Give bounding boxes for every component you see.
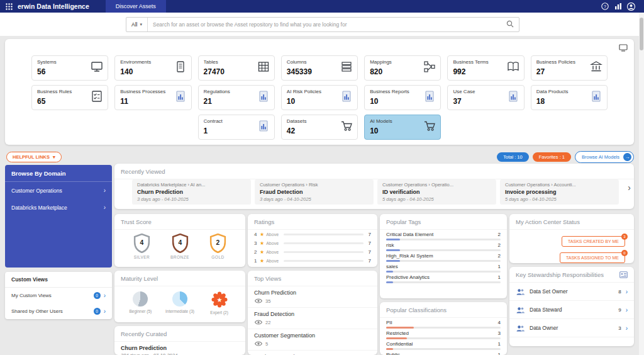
classification-row[interactable]: Confidential1 xyxy=(380,339,507,350)
cart-icon xyxy=(423,120,436,135)
users-icon xyxy=(516,288,525,295)
recently-viewed-card[interactable]: Customer Operations › Accounti... Invoic… xyxy=(500,179,619,205)
star-icon: ★ xyxy=(260,258,264,264)
book-icon xyxy=(507,60,519,76)
tag-row[interactable]: Critical Data Element2 xyxy=(380,230,507,240)
metric-card-business-rules[interactable]: Business Rules65 xyxy=(31,85,108,110)
scrollbar-thumb[interactable] xyxy=(640,18,643,50)
tasks-created-by-me-button[interactable]: TASKS CREATED BY ME 3 xyxy=(562,236,625,247)
maturity-expert: ★ Expert (2) xyxy=(201,291,238,315)
stewardship-panel: Key Stewardship Responsibilities Data Se… xyxy=(509,267,634,346)
navbar-actions: ? xyxy=(601,3,635,11)
metric-card-ai-risk-policies[interactable]: AI Risk Policies10 xyxy=(281,85,358,110)
search-icon[interactable] xyxy=(506,19,514,30)
metric-card-contract[interactable]: Contract1 xyxy=(198,115,275,140)
gauge-intermediate-icon xyxy=(172,291,187,307)
top-views-row[interactable]: Invoice processing 2 xyxy=(248,351,377,355)
metric-card-business-reports[interactable]: Business Reports10 xyxy=(364,85,441,110)
metric-card-tables[interactable]: Tables27470 xyxy=(198,55,275,81)
tab-discover-assets[interactable]: Discover Assets xyxy=(106,0,166,13)
user-avatar[interactable] xyxy=(627,3,635,11)
metric-card-business-policies[interactable]: Business Policies27 xyxy=(531,55,608,81)
tag-row[interactable]: High_Risk AI System2 xyxy=(380,251,507,262)
eye-icon xyxy=(254,318,263,326)
app-launcher-icon[interactable] xyxy=(3,0,15,13)
metric-card-data-products[interactable]: Data Products18 xyxy=(531,85,608,110)
metric-card-ai-models-selected[interactable]: AI Models10 xyxy=(364,115,441,140)
trust-badge-silver: 4 SILVER xyxy=(133,234,150,259)
expert-rosette-icon: ★ xyxy=(211,291,228,308)
top-views-row[interactable]: Churn Prediction 35 xyxy=(248,286,377,308)
chevron-right-icon: › xyxy=(104,292,106,299)
popular-tags-title: Popular Tags xyxy=(380,214,507,230)
total-count-badge[interactable]: Total : 10 xyxy=(497,152,528,162)
rows-icon xyxy=(340,60,353,76)
chevron-right-icon: › xyxy=(626,288,628,295)
rating-bar xyxy=(284,260,364,262)
analytics-icon[interactable] xyxy=(614,3,622,11)
maturity-levels: Beginner (5) Intermediate (3) ★ Expert (… xyxy=(114,286,245,315)
trust-score-title: Trust Score xyxy=(114,214,245,230)
checklist-icon xyxy=(91,90,103,105)
rating-row[interactable]: 3★Above7 xyxy=(248,239,377,247)
sidebar-item-my-custom-views[interactable]: My Custom Views 0 › xyxy=(5,288,112,303)
layout-toggle-icon[interactable] xyxy=(619,43,628,54)
sidebar-item-shared-by-other-users[interactable]: Shared by Other Users 0 › xyxy=(5,303,112,319)
chevron-right-icon: › xyxy=(626,307,628,313)
report-icon xyxy=(590,90,602,105)
count-badge: 0 xyxy=(94,292,101,299)
custom-views-panel: Custom Views My Custom Views 0 › Shared … xyxy=(5,272,112,319)
search-input[interactable] xyxy=(148,21,506,28)
sidebar-item-databricks-marketplace[interactable]: Databricks Marketplace › xyxy=(5,199,112,216)
metric-card-systems[interactable]: Systems56 xyxy=(31,55,108,81)
popular-classifications-title: Popular Classifications xyxy=(380,302,507,318)
browse-ai-models-button[interactable]: Browse AI Models → xyxy=(575,151,634,163)
recently-viewed-card[interactable]: Databricks Marketplace › AI an... Churn … xyxy=(132,179,251,205)
metric-card-mappings[interactable]: Mappings820 xyxy=(364,55,441,81)
recently-viewed-card[interactable]: Customer Operations › Risk Fraud Detecti… xyxy=(255,179,374,205)
metric-card-business-terms[interactable]: Business Terms992 xyxy=(447,55,524,81)
rating-row[interactable]: 4★Above7 xyxy=(248,230,377,239)
recently-curated-item[interactable]: Churn Prediction 284 days ago - 07-10-20… xyxy=(114,342,245,355)
metric-card-business-processes[interactable]: Business Processes11 xyxy=(114,85,191,110)
vertical-scrollbar[interactable] xyxy=(639,13,644,355)
helpful-links-button[interactable]: HELPFUL LINKS ▾ xyxy=(6,152,62,162)
recently-viewed-card[interactable]: Customer Operations › Operatio... ID ver… xyxy=(377,179,496,205)
popular-tags-panel: Popular Tags Critical Data Element2 risk… xyxy=(380,214,507,298)
carousel-next-button[interactable]: › xyxy=(628,183,631,193)
trust-score-panel: Trust Score 4 SILVER 4 BRONZE 2 GOLD xyxy=(114,214,245,267)
chevron-right-icon: › xyxy=(104,204,106,211)
stewardship-row[interactable]: Data Set Owner 8 › xyxy=(509,283,634,301)
classification-row[interactable]: Restricted3 xyxy=(380,329,507,339)
top-navbar: erwin Data Intelligence Discover Assets … xyxy=(0,0,644,13)
favorites-badge[interactable]: Favorites : 1 xyxy=(533,152,571,162)
stewardship-title: Key Stewardship Responsibilities xyxy=(509,267,634,283)
metric-card-environments[interactable]: Environments140 xyxy=(114,55,191,81)
tag-row[interactable]: risk2 xyxy=(380,240,507,251)
ratings-title: Ratings xyxy=(248,214,377,230)
classification-row[interactable]: PII4 xyxy=(380,318,507,329)
sidebar-item-customer-operations[interactable]: Customer Operations › xyxy=(5,182,112,199)
metric-card-columns[interactable]: Columns345339 xyxy=(281,55,358,81)
help-icon[interactable]: ? xyxy=(601,3,609,11)
tasks-assigned-to-me-button[interactable]: TASKS ASSIGNED TO ME 0 xyxy=(560,252,625,263)
id-card-icon xyxy=(619,271,628,278)
search-scope-dropdown[interactable]: All ▾ xyxy=(126,18,148,31)
action-center-title: My Action Center Status xyxy=(509,214,634,230)
metric-card-use-case[interactable]: Use Case37 xyxy=(447,85,524,110)
tag-row[interactable]: Predictive Analytics1 xyxy=(380,273,507,283)
classification-row[interactable]: Public1 xyxy=(380,350,507,355)
metric-card-datasets[interactable]: Datasets42 xyxy=(281,115,358,140)
top-views-row[interactable]: Fraud Detection 22 xyxy=(248,308,377,329)
metric-card-regulations[interactable]: Regulations21 xyxy=(198,85,275,110)
top-views-row[interactable]: Customer Segmentation 5 xyxy=(248,329,377,351)
rating-row[interactable]: 2★Above7 xyxy=(248,247,377,256)
table-grid-icon xyxy=(257,60,270,76)
action-center-buttons: TASKS CREATED BY ME 3 TASKS ASSIGNED TO … xyxy=(509,230,634,263)
rating-row[interactable]: 1★Above7 xyxy=(248,256,377,265)
tag-row[interactable]: sales1 xyxy=(380,262,507,273)
stewardship-row[interactable]: Data Owner 3 › xyxy=(509,319,634,337)
recently-curated-panel: Recently Curated Churn Prediction 284 da… xyxy=(114,326,245,355)
stewardship-row[interactable]: Data Steward 9 › xyxy=(509,301,634,319)
gauge-beginner-icon xyxy=(133,291,148,307)
